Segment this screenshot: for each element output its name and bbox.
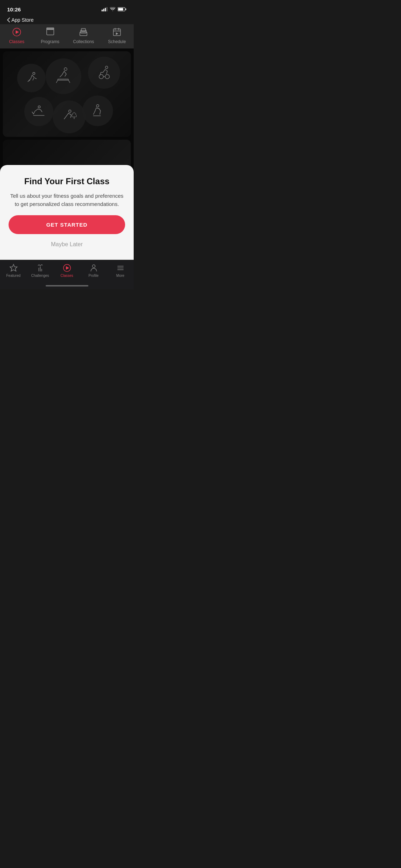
bottom-tab-classes[interactable]: Classes [56,264,78,278]
top-nav: Classes Programs Collections Schedule [0,24,134,48]
profile-icon [89,264,98,272]
more-icon [116,264,125,272]
home-indicator [46,285,88,286]
status-time: 10:26 [7,6,21,12]
bottom-tab-profile[interactable]: Profile [83,264,104,278]
modal-description: Tell us about your fitness goals and pre… [9,192,125,208]
bottom-tab-classes-label: Classes [61,274,73,278]
classes-icon [12,27,22,37]
nav-tab-collections-label: Collections [73,39,94,44]
nav-tab-classes-label: Classes [9,39,25,44]
svg-rect-5 [125,9,126,10]
bottom-tab-profile-label: Profile [88,274,98,278]
bottom-tab-challenges-label: Challenges [31,274,49,278]
svg-rect-3 [107,7,108,11]
nav-tab-schedule-label: Schedule [108,39,126,44]
bottom-tab-featured[interactable]: Featured [3,264,24,278]
svg-point-39 [92,265,95,268]
svg-marker-19 [116,32,118,35]
classes-bottom-icon [63,264,71,272]
svg-rect-14 [81,29,86,31]
programs-icon [45,27,55,37]
nav-tab-programs[interactable]: Programs [38,27,63,44]
schedule-icon [112,27,122,37]
svg-rect-15 [113,29,120,36]
back-icon [7,17,10,22]
nav-tab-collections[interactable]: Collections [71,27,96,44]
status-bar: 10:26 [0,0,134,16]
svg-rect-2 [105,8,106,11]
svg-marker-36 [10,264,17,271]
modal-card: Find Your First Class Tell us about your… [0,165,134,262]
nav-tab-classes[interactable]: Classes [4,27,29,44]
svg-marker-8 [16,30,19,34]
get-started-button[interactable]: GET STARTED [9,215,125,234]
bottom-tab-more[interactable]: More [110,264,131,278]
modal-title: Find Your First Class [24,176,109,186]
signal-icon [102,7,108,11]
featured-icon [9,264,18,272]
challenges-icon [36,264,45,272]
maybe-later-button[interactable]: Maybe Later [50,240,84,249]
collections-icon [78,27,88,37]
svg-rect-6 [118,8,123,11]
bottom-tab-featured-label: Featured [6,274,20,278]
back-label: App Store [11,17,34,23]
back-navigation[interactable]: App Store [0,16,134,24]
bottom-tab-challenges[interactable]: Challenges [30,264,51,278]
bottom-tab-more-label: More [116,274,124,278]
main-content: S... Y... Find Your First Class Tell us … [0,48,134,262]
wifi-icon [110,7,115,11]
status-icons [102,7,127,11]
svg-rect-9 [47,29,54,35]
svg-rect-0 [102,10,103,11]
svg-marker-38 [66,266,69,270]
nav-tab-schedule[interactable]: Schedule [104,27,129,44]
svg-rect-1 [103,9,104,12]
modal-overlay: Find Your First Class Tell us about your… [0,48,134,262]
svg-rect-12 [80,32,87,36]
nav-tab-programs-label: Programs [41,39,60,44]
battery-icon [118,7,127,11]
